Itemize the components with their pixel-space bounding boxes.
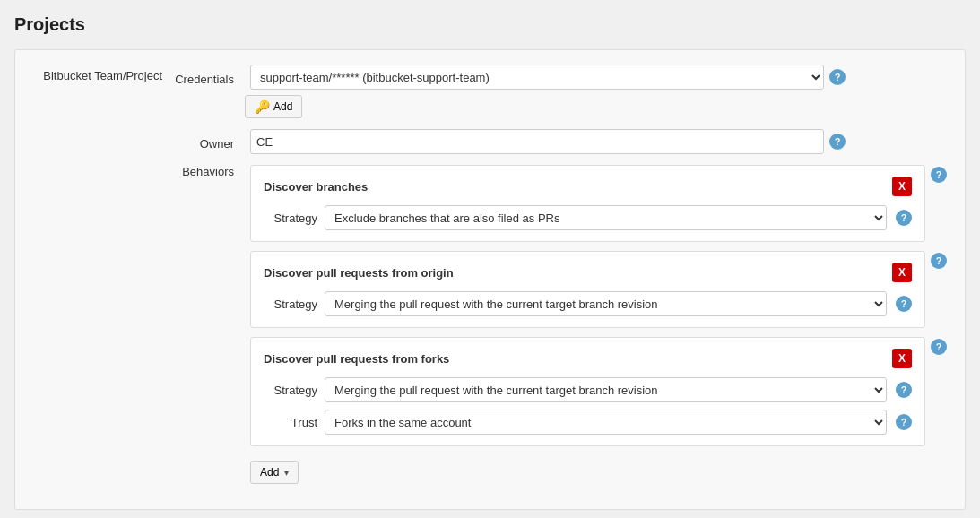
behavior-discover-prs-origin: Discover pull requests from origin X Str… <box>250 251 947 337</box>
behavior-3-trust-select[interactable]: Forks in the same account Everyone Nobod… <box>325 410 887 435</box>
add-behavior-row: Add ▾ <box>250 461 947 484</box>
behaviors-label: Behaviors <box>173 165 245 178</box>
behavior-2-title: Discover pull requests from origin <box>264 266 454 280</box>
key-icon: 🔑 <box>255 99 270 114</box>
owner-content: Owner ? <box>173 129 947 154</box>
behavior-2-strategy-label: Strategy <box>264 298 317 311</box>
add-credentials-label: Add <box>273 100 292 113</box>
owner-row: Owner ? <box>30 129 947 154</box>
behavior-3-strategy-select[interactable]: Merging the pull request with the curren… <box>325 377 887 402</box>
owner-field-row: Owner ? <box>173 129 947 154</box>
section-label: Bitbucket Team/Project <box>30 65 173 82</box>
behavior-1-strategy-select[interactable]: Exclude branches that are also filed as … <box>325 205 887 230</box>
owner-help-icon[interactable]: ? <box>829 134 846 150</box>
behavior-1-block-help-icon[interactable]: ? <box>931 167 947 183</box>
credentials-content: Credentials support-team/****** (bitbuck… <box>173 65 947 118</box>
behavior-1-header: Discover branches X <box>264 177 912 196</box>
behavior-3-trust-help-icon[interactable]: ? <box>896 414 912 430</box>
behaviors-field-row: Behaviors Discover branches X Strategy <box>173 165 947 484</box>
behavior-3-strategy-row: Strategy Merging the pull request with t… <box>264 377 912 402</box>
behavior-block-3: Discover pull requests from forks X Stra… <box>250 337 925 446</box>
behavior-2-strategy-row: Strategy Merging the pull request with t… <box>264 291 912 316</box>
behavior-discover-branches: Discover branches X Strategy Exclude bra… <box>250 165 947 251</box>
behavior-2-right-help: ? <box>931 251 947 269</box>
remove-behavior-2-button[interactable]: X <box>892 263 912 282</box>
behavior-2-strategy-help-icon[interactable]: ? <box>896 296 912 312</box>
add-credentials-row: 🔑 Add <box>245 95 947 118</box>
behavior-3-header: Discover pull requests from forks X <box>264 349 912 368</box>
owner-input[interactable] <box>250 129 824 154</box>
behavior-1-strategy-help-icon[interactable]: ? <box>896 210 912 226</box>
owner-section-spacer <box>30 129 173 134</box>
behavior-3-block-help-icon[interactable]: ? <box>931 339 947 355</box>
behavior-2-block-help-icon[interactable]: ? <box>931 253 947 269</box>
add-behavior-label: Add <box>260 466 279 479</box>
behaviors-blocks: Discover branches X Strategy Exclude bra… <box>250 165 947 484</box>
behaviors-content: Behaviors Discover branches X Strategy <box>173 165 947 484</box>
behavior-2-strategy-select[interactable]: Merging the pull request with the curren… <box>325 291 887 316</box>
behavior-3-strategy-help-icon[interactable]: ? <box>896 382 912 398</box>
behavior-3-strategy-label: Strategy <box>264 384 317 397</box>
behavior-block-2: Discover pull requests from origin X Str… <box>250 251 925 328</box>
page-title: Projects <box>14 14 966 35</box>
remove-behavior-3-button[interactable]: X <box>892 349 912 368</box>
credentials-field-row: Credentials support-team/****** (bitbuck… <box>173 65 947 90</box>
behavior-3-trust-label: Trust <box>264 416 317 429</box>
behaviors-row: Behaviors Discover branches X Strategy <box>30 165 947 484</box>
behavior-block-1: Discover branches X Strategy Exclude bra… <box>250 165 925 242</box>
add-behavior-arrow-icon: ▾ <box>284 468 289 478</box>
behaviors-section-spacer <box>30 165 173 169</box>
projects-form: Bitbucket Team/Project Credentials suppo… <box>14 49 966 510</box>
behavior-3-title: Discover pull requests from forks <box>264 352 449 366</box>
credentials-label: Credentials <box>173 68 245 86</box>
credentials-help-icon[interactable]: ? <box>829 69 846 85</box>
add-behavior-button[interactable]: Add ▾ <box>250 461 299 484</box>
behavior-2-header: Discover pull requests from origin X <box>264 263 912 282</box>
owner-label: Owner <box>173 133 245 151</box>
behavior-3-right-help: ? <box>931 337 947 355</box>
add-credentials-button[interactable]: 🔑 Add <box>245 95 302 118</box>
behavior-1-right-help: ? <box>931 165 947 183</box>
credentials-select[interactable]: support-team/****** (bitbucket-support-t… <box>250 65 824 90</box>
behavior-1-strategy-label: Strategy <box>264 212 317 225</box>
credentials-row: Bitbucket Team/Project Credentials suppo… <box>30 65 947 118</box>
behavior-1-strategy-row: Strategy Exclude branches that are also … <box>264 205 912 230</box>
remove-behavior-1-button[interactable]: X <box>892 177 912 196</box>
behavior-1-title: Discover branches <box>264 180 368 194</box>
behavior-discover-prs-forks: Discover pull requests from forks X Stra… <box>250 337 947 455</box>
behavior-3-trust-row: Trust Forks in the same account Everyone… <box>264 410 912 435</box>
